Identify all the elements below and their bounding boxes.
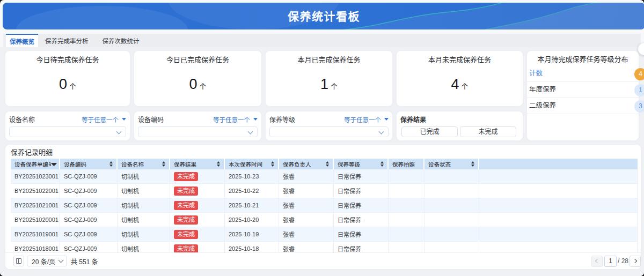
table-row[interactable]: BY20251023001SC-QZJ-009切制机 未完成 2025-10-2…: [11, 169, 638, 184]
distribution-label: 年度保养: [529, 86, 556, 93]
stat-title: 本月未完成保养任务: [397, 54, 523, 64]
sort-icon[interactable]: [471, 161, 476, 167]
distribution-label: 计数: [529, 70, 543, 77]
stat-unit: 个: [462, 83, 469, 91]
count-badge: 4: [634, 68, 644, 80]
column-header-order-no[interactable]: 设备保养单编号: [11, 159, 60, 169]
previous-page-button[interactable]: [591, 256, 603, 267]
filter-operator-dropdown[interactable]: 等于任意一个: [82, 115, 126, 124]
table-row[interactable]: BY20251019001SC-QZJ-009切制机 未完成 2025-10-1…: [11, 227, 638, 242]
chevron-right-icon: [632, 259, 636, 263]
filter-card-device-code: 设备编码 等于任意一个: [134, 111, 261, 140]
distribution-row-count[interactable]: 计数 4: [527, 66, 639, 82]
column-header-filler: [479, 159, 638, 169]
column-header-level[interactable]: 保养等级: [334, 159, 389, 169]
column-header-device-status[interactable]: 设备状态: [425, 159, 479, 169]
device-code-select[interactable]: [138, 126, 258, 137]
caret-down-icon: [384, 118, 389, 121]
filter-operator-dropdown[interactable]: 等于任意一个: [344, 115, 389, 124]
page-size-select[interactable]: 20 条/页: [27, 256, 67, 266]
filter-card-maintenance-result: 保养结果 已完成 未完成: [397, 111, 523, 140]
status-badge: 未完成: [174, 172, 198, 181]
filter-label: 设备名称: [9, 115, 35, 124]
stat-title: 今日待完成保养任务: [5, 54, 130, 64]
stat-card-today-completed: 今日已完成保养任务 0个: [134, 51, 261, 106]
stat-unit: 个: [200, 83, 207, 91]
stat-value: 0个: [5, 76, 130, 93]
filter-operator-dropdown[interactable]: 等于任意一个: [213, 115, 258, 124]
table-row[interactable]: BY20251018001SC-QZJ-009切制机 未完成 2025-10-1…: [11, 242, 638, 252]
stat-unit: 个: [69, 83, 76, 91]
tab-bar: 保养概览 保养完成率分析 保养次数统计: [3, 34, 641, 47]
filter-label: 保养等级: [269, 115, 295, 124]
stat-value: 4个: [397, 76, 523, 93]
sort-icon[interactable]: [326, 161, 331, 167]
distribution-row-level2[interactable]: 二级保养 3: [527, 98, 639, 114]
sort-icon[interactable]: [380, 161, 385, 167]
sort-icon[interactable]: [271, 161, 276, 167]
stat-number: 4: [451, 76, 459, 92]
distribution-list: 计数 4 年度保养 1 二级保养 3: [527, 66, 639, 114]
column-header-result[interactable]: 保养结果: [170, 159, 225, 169]
columns-icon: [16, 258, 21, 264]
stats-and-filters-grid: 今日待完成保养任务 0个 今日已完成保养任务 0个 本月已完成保养任务 1个 本…: [5, 51, 639, 140]
chevron-down-icon: [248, 129, 253, 134]
next-page-button[interactable]: [630, 256, 641, 267]
status-badge: 未完成: [174, 201, 198, 210]
filter-label: 保养结果: [400, 115, 426, 124]
page-title: 保养统计看板: [3, 8, 644, 24]
filter-label: 设备编码: [138, 115, 164, 124]
column-header-device-name[interactable]: 设备名称: [118, 159, 170, 169]
chevron-left-icon: [595, 259, 599, 263]
column-header-photo[interactable]: 保养拍照: [389, 159, 425, 169]
maintenance-records-table: 设备保养单编号 设备编码 设备名称 保养结果 本次保养时间 保养负责人 保养等级…: [11, 159, 638, 252]
filter-card-device-name: 设备名称 等于任意一个: [5, 111, 130, 140]
table-row[interactable]: BY20251022001SC-QZJ-009切制机 未完成 2025-10-2…: [11, 184, 638, 198]
sort-icon[interactable]: [162, 161, 167, 167]
status-badge: 未完成: [174, 244, 198, 252]
table-wrapper: 设备保养单编号 设备编码 设备名称 保养结果 本次保养时间 保养负责人 保养等级…: [11, 159, 638, 252]
pagination-bar: 20 条/页 共 551 条 1 / 28: [5, 252, 641, 269]
dashboard-page: 保养统计看板 保养概览 保养完成率分析 保养次数统计 今日待完成保养任务 0个 …: [0, 0, 644, 276]
column-header-owner[interactable]: 保养负责人: [279, 159, 334, 169]
tab-maintenance-overview[interactable]: 保养概览: [6, 34, 38, 47]
column-settings-button[interactable]: [13, 256, 24, 266]
table-title: 保养记录明细: [5, 145, 641, 159]
status-badge: 未完成: [174, 187, 198, 196]
stat-value: 0个: [134, 76, 261, 93]
tab-completion-rate-analysis[interactable]: 保养完成率分析: [38, 34, 96, 47]
column-header-device-code[interactable]: 设备编码: [60, 159, 118, 169]
tab-maintenance-count-stats[interactable]: 保养次数统计: [96, 34, 147, 47]
stat-value: 1个: [266, 76, 392, 93]
table-header-row: 设备保养单编号 设备编码 设备名称 保养结果 本次保养时间 保养负责人 保养等级…: [11, 159, 638, 169]
uncompleted-filter-button[interactable]: 未完成: [460, 126, 516, 137]
page-size-value: 20 条/页: [32, 257, 55, 266]
status-badge: 未完成: [174, 215, 198, 225]
count-badge: 1: [634, 84, 644, 96]
current-page-input[interactable]: 1: [604, 256, 617, 267]
column-header-time[interactable]: 本次保养时间: [225, 159, 279, 169]
stat-card-today-pending: 今日待完成保养任务 0个: [5, 51, 130, 106]
table-row[interactable]: BY20251021001SC-QZJ-009切制机 未完成 2025-10-2…: [11, 198, 638, 213]
filter-card-maintenance-level: 保养等级 等于任意一个: [266, 111, 392, 140]
panel-title: 本月待完成保养任务等级分布: [527, 54, 639, 64]
maintenance-level-select[interactable]: [269, 126, 389, 137]
device-name-select[interactable]: [9, 126, 126, 137]
sort-icon[interactable]: [109, 161, 114, 167]
count-badge: 3: [634, 100, 644, 113]
status-badge: 未完成: [174, 230, 198, 239]
sort-icon[interactable]: [217, 161, 222, 167]
maintenance-records-card: 保养记录明细 设备保养单编号 设备编码 设备名称 保养结果 本次保养时间 保养负…: [5, 145, 641, 269]
chevron-down-icon: [379, 129, 384, 134]
table-row[interactable]: BY20251020001SC-QZJ-009切制机 未完成 2025-10-2…: [11, 213, 638, 227]
stat-number: 0: [189, 76, 197, 92]
level-distribution-panel: 本月待完成保养任务等级分布 计数 4 年度保养 1 二级保养 3: [527, 51, 639, 140]
page-total-label: / 28: [618, 257, 628, 265]
stat-unit: 个: [331, 83, 338, 91]
caret-down-icon: [253, 118, 258, 121]
stat-title: 本月已完成保养任务: [266, 54, 392, 64]
completed-filter-button[interactable]: 已完成: [401, 126, 458, 137]
distribution-row-annual[interactable]: 年度保养 1: [527, 82, 639, 98]
chevron-down-icon: [116, 129, 122, 134]
caret-down-icon: [122, 118, 126, 121]
